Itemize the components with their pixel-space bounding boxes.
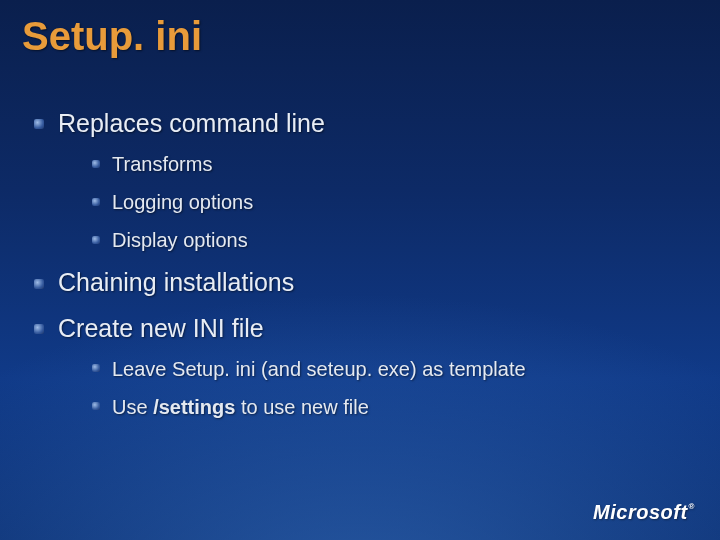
microsoft-logo: Microsoft (593, 501, 694, 524)
sub-bullet-item: Display options (92, 227, 680, 253)
bullet-text: Create new INI file (58, 314, 264, 342)
sub-bullet-text: Use (112, 396, 153, 418)
bullet-list-level2: Leave Setup. ini (and seteup. exe) as te… (58, 356, 680, 420)
sub-bullet-bold: /settings (153, 396, 235, 418)
sub-bullet-text: Leave Setup. ini (and seteup. exe) as te… (112, 358, 526, 380)
sub-bullet-text: to use new file (235, 396, 368, 418)
bullet-item: Chaining installations (34, 267, 680, 298)
slide-title: Setup. ini (22, 14, 202, 59)
slide: Setup. ini Replaces command line Transfo… (0, 0, 720, 540)
sub-bullet-item: Transforms (92, 151, 680, 177)
bullet-item: Replaces command line Transforms Logging… (34, 108, 680, 253)
sub-bullet-item: Logging options (92, 189, 680, 215)
sub-bullet-text: Display options (112, 229, 248, 251)
sub-bullet-text: Transforms (112, 153, 212, 175)
bullet-item: Create new INI file Leave Setup. ini (an… (34, 313, 680, 420)
sub-bullet-item: Leave Setup. ini (and seteup. exe) as te… (92, 356, 680, 382)
slide-content: Replaces command line Transforms Logging… (34, 108, 680, 434)
bullet-text: Replaces command line (58, 109, 325, 137)
sub-bullet-item: Use /settings to use new file (92, 394, 680, 420)
sub-bullet-text: Logging options (112, 191, 253, 213)
bullet-text: Chaining installations (58, 268, 294, 296)
bullet-list-level2: Transforms Logging options Display optio… (58, 151, 680, 253)
bullet-list-level1: Replaces command line Transforms Logging… (34, 108, 680, 420)
